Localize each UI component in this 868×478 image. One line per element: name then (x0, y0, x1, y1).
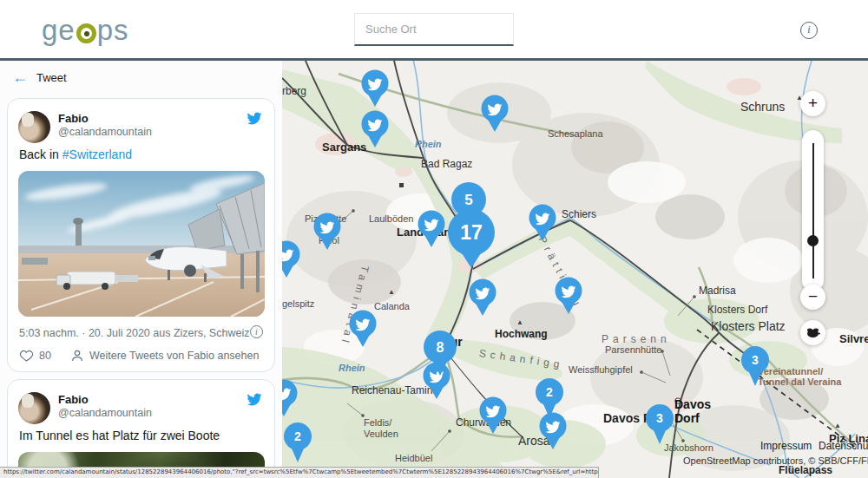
tweet-marker[interactable] (282, 378, 299, 422)
map-label: Parsennhütte (605, 344, 661, 355)
map-label: Laulböden (369, 213, 413, 224)
fly-icon (806, 327, 820, 338)
more-tweets-link[interactable]: Weitere Tweets von Fabio ansehen (89, 350, 260, 362)
map-label: Davos (674, 397, 711, 411)
map-label: Silvrett (839, 332, 868, 345)
map-label: Flüelapass (779, 464, 832, 476)
map-label: Heidbüel (395, 453, 432, 463)
tweet-marker[interactable] (553, 276, 584, 319)
tweet-handle: @calandamountain (58, 126, 152, 138)
footer-link-datenschutz[interactable]: Datenschutz (819, 440, 868, 452)
geops-logo[interactable]: ge ps (42, 14, 129, 47)
map-label: Parsenn (602, 333, 671, 345)
zoom-in-button[interactable]: + (800, 91, 825, 116)
tweet-timestamp: 5:03 nachm. · 20. Juli 2020 aus Zizers, … (19, 327, 249, 339)
tweet-marker[interactable] (282, 239, 302, 283)
cluster-marker-8[interactable]: 8 (421, 329, 459, 381)
zoom-slider[interactable] (802, 130, 824, 291)
tweet-card: Fabio @calandamountain Im Tunnel es hat … (7, 379, 275, 478)
map-label: ▲ (516, 318, 523, 326)
logo-text-pre: ge (42, 14, 76, 47)
avatar[interactable] (18, 392, 50, 424)
cluster-marker-3[interactable]: 3 (739, 344, 772, 391)
cluster-marker-17[interactable]: 17 (445, 207, 497, 273)
tweet-text: Back in #Switzerland (19, 147, 132, 161)
twitter-bird-icon[interactable] (246, 111, 263, 126)
map-label: Rhein (415, 139, 442, 149)
map-label: Madrisa (699, 285, 736, 297)
svg-text:2: 2 (294, 429, 301, 443)
map-label: Weissfluhgipfel (569, 364, 633, 375)
tweet-photo-airport[interactable] (18, 171, 265, 317)
map-label: Klosters Platz (711, 319, 786, 333)
search-input[interactable] (365, 23, 518, 36)
fly-layer-button[interactable] (800, 320, 825, 345)
like-count: 80 (39, 350, 51, 362)
tweet-marker[interactable] (479, 94, 510, 137)
tweet-text: Im Tunnel es hat Platz für zwei Boote (19, 429, 220, 442)
tweet-handle: @calandamountain (58, 407, 152, 419)
tweet-marker[interactable] (312, 212, 343, 255)
map-label: Hochwang (495, 328, 548, 340)
tweet-info-icon[interactable]: i (250, 325, 263, 338)
map-label: Veulden (364, 429, 398, 439)
avatar[interactable] (18, 111, 50, 143)
map-label: Klosters Dorf (707, 304, 767, 316)
map-label: Bad Ragaz (421, 158, 472, 170)
tweet-marker[interactable] (467, 278, 498, 321)
svg-text:17: 17 (460, 221, 483, 244)
tweet-marker[interactable] (359, 69, 391, 112)
zoom-slider-thumb[interactable] (807, 235, 819, 246)
map-label: Rhein (339, 363, 365, 373)
tweet-marker[interactable] (527, 203, 558, 246)
sidebar-title: Tweet (36, 71, 67, 84)
svg-text:5: 5 (464, 192, 472, 208)
map-label: rberg (282, 85, 306, 97)
cluster-marker-3[interactable]: 3 (643, 403, 676, 449)
map-label: ▲ (834, 422, 841, 429)
map-canvas[interactable]: rbergSargansRheinBad RagazSchruns▲Schesa… (282, 61, 868, 478)
tweet-card: Fabio @calandamountain Back in #Switzerl… (7, 98, 275, 372)
back-arrow-icon[interactable]: ← (12, 69, 28, 87)
map-label: Schiers (562, 208, 596, 220)
tweet-marker[interactable] (477, 396, 509, 439)
place-search (354, 13, 514, 46)
cluster-marker-2[interactable]: 2 (282, 421, 314, 468)
svg-text:8: 8 (437, 340, 444, 355)
map-attribution: OpenStreetMap contributors, © SBB/CFF/FF… (683, 455, 868, 466)
app-header: ge ps i (0, 0, 868, 61)
map-label: Schruns (740, 100, 785, 114)
sidebar-header: ← Tweet (0, 61, 282, 94)
twitter-bird-icon[interactable] (246, 392, 263, 407)
tweet-marker[interactable] (347, 309, 378, 352)
map-label: ▲ (388, 288, 395, 296)
hashtag-link[interactable]: #Switzerland (62, 147, 132, 161)
tweet-sidebar: ← Tweet Fabio @calandamountain Back in #… (0, 61, 282, 478)
status-bar-url: https://twitter.com/calandamountain/stat… (0, 467, 599, 478)
footer-link-impressum[interactable]: Impressum (760, 440, 812, 452)
cluster-marker-2[interactable]: 2 (533, 377, 566, 423)
info-icon[interactable]: i (800, 22, 818, 39)
map-label: Dorf (674, 411, 700, 425)
logo-o-icon (76, 23, 96, 43)
heart-icon[interactable] (19, 349, 34, 363)
zoom-slider-track (812, 143, 814, 278)
map-label: gelspitz (282, 298, 314, 309)
zoom-out-button[interactable]: − (800, 285, 825, 310)
map-label: Feldis/ (364, 417, 391, 428)
tweet-marker[interactable] (416, 209, 447, 252)
svg-text:2: 2 (546, 385, 553, 399)
map-label: Calanda (374, 301, 410, 311)
map-label: Schesaplana (548, 128, 603, 139)
profile-icon (70, 349, 84, 363)
svg-text:3: 3 (656, 411, 663, 425)
tweet-marker[interactable] (359, 109, 391, 153)
tweet-author: Fabio (58, 112, 89, 125)
logo-text-post: ps (97, 14, 129, 47)
tweet-author: Fabio (58, 393, 89, 406)
svg-text:3: 3 (752, 353, 759, 367)
